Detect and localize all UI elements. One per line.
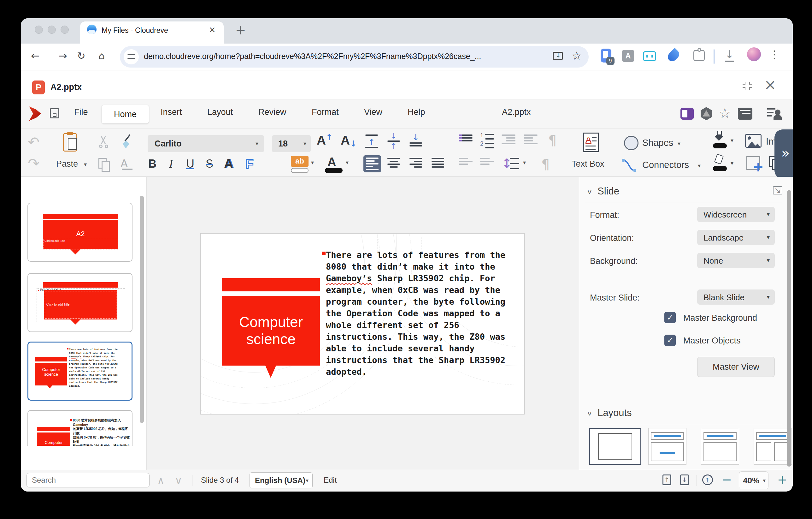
forward-icon[interactable]: → [59, 50, 67, 62]
search-input[interactable] [27, 473, 149, 487]
shapes-icon[interactable] [624, 136, 638, 150]
menu-format[interactable]: Format [312, 107, 339, 117]
paste-icon[interactable] [63, 133, 77, 152]
increase-font-icon[interactable]: A↑ [317, 133, 333, 147]
close-preview-icon[interactable]: × [764, 76, 776, 93]
font-size-select[interactable]: 18 ▾ [272, 135, 311, 152]
menu-file[interactable]: File [74, 107, 88, 117]
italic-button[interactable]: I [169, 157, 173, 170]
fit-page-icon[interactable]: ↑ [663, 474, 671, 485]
master-view-button[interactable]: Master View [697, 357, 775, 377]
paste-label[interactable]: Paste [56, 159, 78, 169]
increase-indent-icon[interactable] [524, 135, 538, 144]
thumbnail-slide-2[interactable]: Click to add Text Click to add Title [27, 273, 133, 332]
back-icon[interactable]: ← [31, 50, 39, 62]
background-select[interactable]: None▾ [697, 253, 775, 268]
bookmark-star-icon[interactable]: ☆ [572, 49, 582, 62]
toolbar-expand-flap[interactable]: » [775, 130, 793, 179]
undo-icon[interactable]: ↶ [28, 134, 39, 150]
downloads-icon[interactable]: ↓ [725, 48, 734, 62]
strikethrough-button[interactable]: S [206, 157, 213, 170]
search-next-icon[interactable]: ∨ [175, 474, 182, 487]
zoom-level-select[interactable]: 40% ▾ [739, 471, 768, 489]
menu-layout[interactable]: Layout [207, 107, 233, 117]
slide-title-text[interactable]: Computer science [230, 313, 312, 348]
numbering-icon[interactable]: 1 2 [480, 132, 494, 149]
url-text[interactable]: demo.cloudreve.org/home?path=cloudreve%3… [144, 52, 481, 61]
superscript-button[interactable]: A [224, 157, 233, 171]
reload-icon[interactable]: ↻ [77, 50, 86, 62]
align-left-button-active[interactable] [364, 155, 381, 172]
copy-icon[interactable] [98, 158, 107, 169]
line-spacing-dropdown-icon[interactable]: ▾ [523, 159, 526, 166]
panel-expand-icon[interactable]: ↘ [773, 186, 782, 194]
align-justify-button[interactable] [432, 158, 444, 168]
thumbnail-slide-4[interactable]: 8080 芯片的很多功能都没有加入 Gameboy 的夏普 LR35902 芯片… [27, 410, 133, 446]
layout-blank-selected[interactable] [589, 428, 641, 465]
traffic-light-minimize[interactable] [48, 26, 56, 34]
add-slide-icon[interactable]: + [746, 156, 760, 170]
bold-button[interactable]: B [148, 157, 156, 170]
shapes-label[interactable]: Shapes [642, 138, 673, 148]
font-color-icon[interactable]: A [327, 155, 336, 169]
align-right-button[interactable] [409, 158, 422, 168]
decrease-indent-icon[interactable] [501, 135, 516, 144]
sidebar-toggle-icon[interactable] [680, 108, 694, 120]
profile-avatar[interactable] [747, 47, 761, 61]
thumbnails-scrollbar[interactable] [140, 196, 144, 423]
font-color-dropdown-icon[interactable]: ▾ [346, 159, 349, 166]
slide-3-editor[interactable]: Computer science There are lots of featu… [200, 233, 525, 414]
fit-width-icon[interactable]: ↓ [680, 474, 689, 485]
orientation-select[interactable]: Landscape▾ [697, 230, 775, 245]
line-spacing-icon[interactable]: ↕ [501, 155, 521, 173]
insert-image-icon[interactable] [745, 134, 761, 148]
zoom-out-icon[interactable]: − [722, 472, 732, 487]
slide-title-callout[interactable]: Computer science [222, 296, 320, 365]
menu-review[interactable]: Review [258, 107, 286, 117]
connectors-dropdown-icon[interactable]: ▾ [698, 162, 701, 169]
menu-insert[interactable]: Insert [161, 107, 182, 117]
zoom-in-icon[interactable]: + [777, 472, 787, 487]
slide-section-chevron-icon[interactable]: ∨ [587, 189, 592, 195]
save-icon[interactable] [50, 108, 59, 118]
exit-fullscreen-icon[interactable] [743, 82, 752, 90]
layouts-section-chevron-icon[interactable]: ∨ [587, 410, 592, 417]
text-box-label[interactable]: Text Box [572, 159, 604, 169]
traffic-light-close[interactable] [35, 26, 43, 34]
thumbnail-slide-1[interactable]: A2 Click to add Text [27, 203, 133, 262]
shapes-dropdown-icon[interactable]: ▾ [677, 140, 680, 147]
layout-title-only[interactable] [701, 428, 739, 465]
extension-a-icon[interactable]: A [622, 50, 634, 62]
home-icon[interactable]: ⌂ [98, 50, 105, 62]
shape-fill-dropdown-icon[interactable]: ▾ [731, 137, 733, 144]
traffic-light-zoom[interactable] [61, 26, 69, 34]
format-select[interactable]: Widescreen▾ [697, 207, 775, 222]
align-top-icon[interactable]: ↑ [365, 135, 378, 148]
browser-tab[interactable]: My Files - Cloudreve × [80, 22, 224, 44]
extensions-puzzle-icon[interactable] [693, 50, 705, 61]
new-tab-button[interactable]: + [235, 23, 246, 37]
extension-drop-icon[interactable] [666, 48, 681, 63]
master-slide-select[interactable]: Blank Slide▾ [697, 290, 775, 305]
menu-help[interactable]: Help [408, 107, 425, 117]
site-settings-icon[interactable] [124, 49, 139, 64]
browser-menu-icon[interactable]: ⋮ [769, 48, 780, 61]
layout-title-content[interactable] [648, 428, 687, 465]
slide-section-title[interactable]: Slide [598, 186, 619, 197]
highlight-dropdown-icon[interactable]: ▾ [311, 159, 314, 166]
paste-dropdown-icon[interactable]: ▾ [84, 161, 87, 168]
paragraph-settings-icon[interactable]: ¶ [541, 157, 550, 172]
underline-button[interactable]: U [186, 157, 194, 170]
language-select[interactable]: English (USA) ▾ [250, 472, 313, 488]
cut-icon[interactable] [97, 136, 110, 149]
slide-body-text[interactable]: There are lots of features from the 8080… [326, 249, 515, 378]
copy-style-icon[interactable] [120, 134, 133, 150]
favorites-star-icon[interactable]: ☆ [719, 105, 731, 121]
shape-fill-icon[interactable] [713, 133, 727, 150]
align-center-button[interactable] [387, 158, 400, 168]
edit-mode-label[interactable]: Edit [324, 476, 337, 485]
install-app-icon[interactable]: ↓ [553, 52, 563, 60]
move-down-icon[interactable] [480, 158, 494, 165]
connectors-label[interactable]: Connectors [642, 160, 689, 170]
master-background-checkbox[interactable]: ✓ [664, 312, 676, 323]
